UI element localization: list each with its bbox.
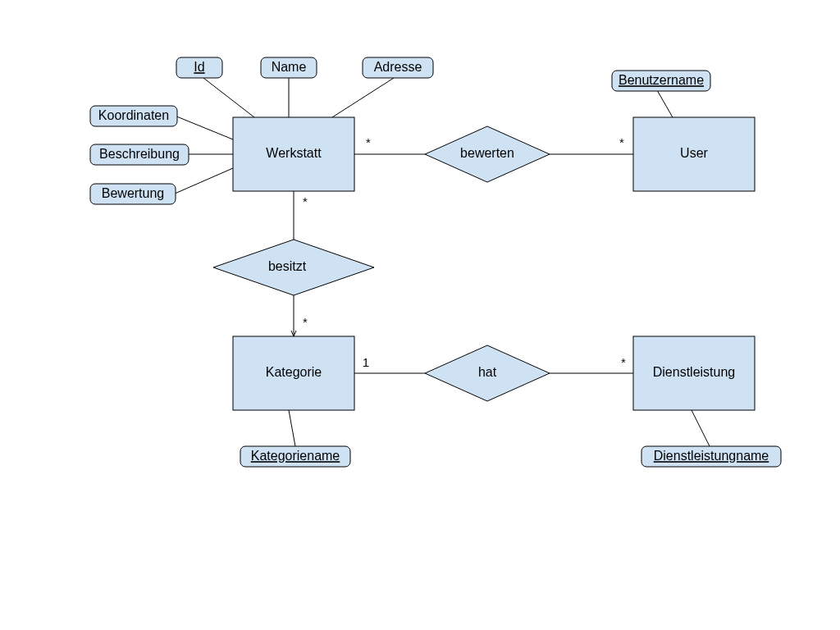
attr-name: Name (261, 57, 317, 78)
entity-dienstleistung-label: Dienstleistung (653, 365, 736, 379)
card-kategorie-besitzt: * (303, 315, 308, 329)
attr-bewertung: Bewertung (90, 184, 176, 204)
entity-kategorie: Kategorie (233, 336, 354, 410)
attr-adresse: Adresse (363, 57, 433, 78)
card-kategorie-hat: 1 (363, 355, 369, 369)
edge-benutzername-user (657, 90, 673, 117)
relation-besitzt: besitzt (213, 240, 374, 295)
relation-bewerten: bewerten (425, 126, 550, 182)
er-diagram: * * * * 1 * Id Name Adresse Koordinaten … (0, 0, 840, 630)
attr-dienstleistungname: Dienstleistungname (641, 446, 781, 467)
entity-user: User (633, 117, 755, 191)
relation-hat: hat (425, 345, 550, 401)
card-werkstatt-bewerten: * (366, 135, 371, 149)
edge-bewertung-werkstatt (175, 168, 233, 194)
edge-koord-werkstatt (175, 116, 233, 139)
entity-werkstatt-label: Werkstatt (266, 146, 322, 160)
relation-hat-label: hat (478, 365, 497, 379)
attr-benutzername-label: Benutzername (619, 73, 704, 87)
attr-beschreibung: Beschreibung (90, 144, 189, 165)
edge-katname-kategorie (289, 410, 295, 446)
attr-beschreibung-label: Beschreibung (99, 147, 180, 161)
attr-dienstleistungname-label: Dienstleistungname (654, 449, 769, 463)
attr-koordinaten: Koordinaten (90, 106, 177, 126)
attr-kategoriename: Kategoriename (240, 446, 350, 467)
card-dienstleistung-hat: * (621, 355, 626, 369)
attr-id-label: Id (194, 60, 204, 74)
edge-id-werkstatt (203, 78, 254, 117)
attr-name-label: Name (272, 60, 307, 74)
card-werkstatt-besitzt: * (303, 194, 308, 208)
entity-dienstleistung: Dienstleistung (633, 336, 755, 410)
relation-bewerten-label: bewerten (460, 146, 514, 160)
edge-adresse-werkstatt (332, 78, 394, 117)
attr-benutzername: Benutzername (612, 71, 710, 91)
attr-id: Id (176, 57, 222, 78)
entity-user-label: User (680, 146, 708, 160)
attr-koordinaten-label: Koordinaten (98, 108, 169, 122)
relation-besitzt-label: besitzt (268, 259, 307, 273)
entity-kategorie-label: Kategorie (266, 365, 322, 379)
edge-dlname-dienstleistung (692, 410, 710, 446)
entity-werkstatt: Werkstatt (233, 117, 354, 191)
card-user-bewerten: * (619, 135, 624, 149)
attr-kategoriename-label: Kategoriename (251, 449, 340, 463)
attr-bewertung-label: Bewertung (102, 186, 165, 200)
attr-adresse-label: Adresse (374, 60, 422, 74)
